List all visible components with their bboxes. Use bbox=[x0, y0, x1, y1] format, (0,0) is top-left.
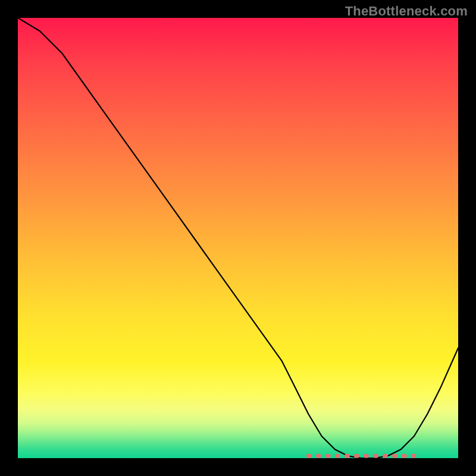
plot-area bbox=[18, 18, 458, 458]
chart-svg bbox=[18, 18, 458, 458]
chart-frame: TheBottleneck.com bbox=[0, 0, 476, 476]
watermark-text: TheBottleneck.com bbox=[345, 4, 468, 19]
bottleneck-curve bbox=[18, 18, 458, 458]
